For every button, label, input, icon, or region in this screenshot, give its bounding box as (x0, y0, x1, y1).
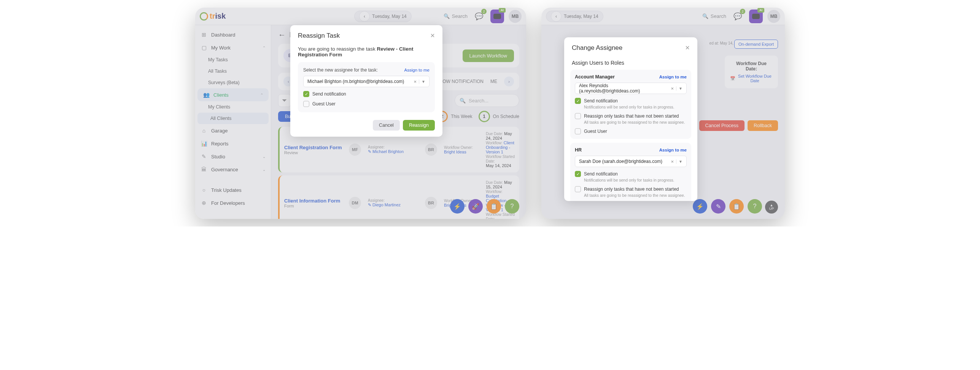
checkbox-icon (575, 113, 581, 119)
reassign-hint: All tasks are going to be reassigned to … (584, 120, 687, 124)
change-assignee-modal: Change Assignee × Assign Users to Roles … (564, 37, 697, 201)
chevron-down-icon[interactable]: ▼ (676, 86, 682, 91)
checkbox-icon: ✓ (303, 91, 309, 97)
assign-to-me-link[interactable]: Assign to me (659, 75, 687, 79)
reassign-only-checkbox[interactable]: Reassign only tasks that have not been s… (575, 186, 687, 192)
assignee-select[interactable]: Michael Brighton (m.brighton@brightideas… (303, 76, 430, 87)
chevron-down-icon[interactable]: ▼ (419, 80, 425, 84)
notification-hint: Notifications will be send only for task… (584, 178, 687, 182)
role-name: HR (575, 147, 582, 153)
guest-user-checkbox[interactable]: Guest User (303, 101, 430, 107)
checkbox-icon (575, 128, 581, 134)
modal-title: Reassign Task (298, 32, 340, 40)
clear-icon[interactable]: × (669, 159, 676, 164)
role-user-value: Sarah Doe (sarah.doe@brightideas.com) (579, 159, 662, 164)
clear-icon[interactable]: × (412, 79, 419, 85)
assign-to-me-link[interactable]: Assign to me (404, 68, 430, 72)
role-name: Account Manager (575, 74, 615, 80)
checkbox-icon: ✓ (575, 171, 581, 177)
assign-to-me-link[interactable]: Assign to me (659, 148, 687, 152)
reassign-button[interactable]: Reassign (403, 120, 435, 131)
checkbox-icon (575, 186, 581, 192)
notification-hint: Notifications will be send only for task… (584, 105, 687, 109)
send-notification-checkbox[interactable]: ✓Send notification (575, 171, 687, 177)
modal-title: Change Assignee (572, 44, 622, 52)
chevron-down-icon[interactable]: ▼ (676, 159, 682, 164)
clear-icon[interactable]: × (669, 86, 676, 91)
reassign-task-modal: Reassign Task × You are going to reassig… (290, 25, 442, 137)
assignee-value: Michael Brighton (m.brighton@brightideas… (307, 79, 404, 84)
assign-roles-heading: Assign Users to Roles (564, 58, 697, 70)
role-block: HRAssign to me Sarah Doe (sarah.doe@brig… (570, 143, 691, 201)
select-assignee-label: Select the new assignee for the task: (303, 67, 378, 73)
close-icon[interactable]: × (430, 31, 435, 40)
reassign-hint: All tasks are going to be reassigned to … (584, 193, 687, 198)
reassign-only-checkbox[interactable]: Reassign only tasks that have not been s… (575, 113, 687, 119)
modal-description: You are going to reassign the task Revie… (298, 46, 435, 57)
role-user-value: Alex Reynolds (a.reynolds@brightideas.co… (579, 83, 669, 94)
role-block: Account ManagerAssign to me Alex Reynold… (570, 70, 691, 139)
send-notification-checkbox[interactable]: ✓Send notification (575, 98, 687, 104)
close-icon[interactable]: × (685, 43, 690, 52)
role-user-select[interactable]: Alex Reynolds (a.reynolds@brightideas.co… (575, 83, 687, 94)
role-user-select[interactable]: Sarah Doe (sarah.doe@brightideas.com) × … (575, 156, 687, 167)
checkbox-icon (303, 101, 309, 107)
cancel-button[interactable]: Cancel (373, 120, 400, 131)
send-notification-checkbox[interactable]: ✓ Send notification (303, 91, 430, 97)
guest-user-checkbox[interactable]: Guest User (575, 128, 687, 134)
checkbox-icon: ✓ (575, 98, 581, 104)
